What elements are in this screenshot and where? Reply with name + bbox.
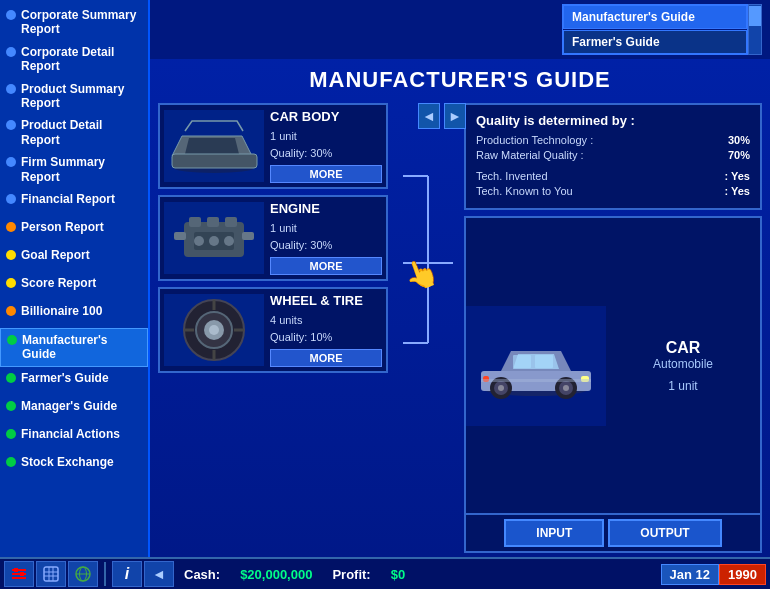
sidebar-item-firm-summary[interactable]: Firm Summary Report xyxy=(0,151,148,188)
svg-rect-43 xyxy=(44,567,58,581)
status-icons: i ◄ xyxy=(4,561,174,587)
product-card-1: ENGINE1 unit Quality: 30%MORE xyxy=(158,195,388,281)
map-icon xyxy=(42,565,60,583)
svg-rect-4 xyxy=(207,217,219,227)
sidebar-dot-orange xyxy=(6,222,16,232)
connector-area: ◄ ► 👆 xyxy=(396,103,456,553)
sidebar-item-financial-actions[interactable]: Financial Actions xyxy=(0,423,148,451)
svg-point-15 xyxy=(209,325,219,335)
sidebar-item-product-summary[interactable]: Product Summary Report xyxy=(0,78,148,115)
right-panel: Quality is determined by : Production Te… xyxy=(464,103,762,553)
nav-arrows: ◄ ► xyxy=(418,103,466,129)
product-detail-2: 4 units Quality: 10% xyxy=(270,312,382,345)
content-area: Manufacturer's Guide Farmer's Guide MANU… xyxy=(150,0,770,557)
product-name-0: CAR BODY xyxy=(270,109,382,124)
product-name-1: ENGINE xyxy=(270,201,382,216)
product-image-engine xyxy=(164,202,264,274)
svg-point-31 xyxy=(498,385,504,391)
date-month: Jan 12 xyxy=(661,564,719,585)
sidebar-dot-blue xyxy=(6,47,16,57)
more-button-2[interactable]: MORE xyxy=(270,349,382,367)
svg-rect-41 xyxy=(14,568,18,572)
sidebar-item-managers-guide[interactable]: Manager's Guide xyxy=(0,395,148,423)
settings-icon xyxy=(10,565,28,583)
sidebar-dot-green xyxy=(6,373,16,383)
status-info: Cash: $20,000,000 Profit: $0 xyxy=(174,567,661,582)
dropdown-option-manufacturers[interactable]: Manufacturer's Guide xyxy=(563,5,747,29)
car-full-icon xyxy=(471,321,601,411)
sidebar-item-billionaire-100[interactable]: Billionaire 100 xyxy=(0,300,148,328)
car-unit: 1 unit xyxy=(614,379,752,393)
guide-dropdown[interactable]: Manufacturer's Guide Farmer's Guide xyxy=(562,4,762,55)
date-year: 1990 xyxy=(719,564,766,585)
sidebar-label-financial-report: Financial Report xyxy=(21,192,115,206)
sidebar-item-stock-exchange[interactable]: Stock Exchange xyxy=(0,451,148,479)
sidebar-item-score-report[interactable]: Score Report xyxy=(0,272,148,300)
sidebar-label-person-report: Person Report xyxy=(21,220,104,234)
page-title: MANUFACTURER'S GUIDE xyxy=(150,59,770,99)
output-car-box: CAR Automobile 1 unit xyxy=(464,216,762,515)
sidebar-label-goal-report: Goal Report xyxy=(21,248,90,262)
dropdown-option-farmers[interactable]: Farmer's Guide xyxy=(563,30,747,54)
car-subtitle: Automobile xyxy=(614,357,752,371)
main-container: Corporate Summary ReportCorporate Detail… xyxy=(0,0,770,557)
sidebar-label-managers-guide: Manager's Guide xyxy=(21,399,117,413)
status-divider xyxy=(104,562,106,586)
connector-lines xyxy=(398,133,453,373)
cash-label: Cash: xyxy=(184,567,220,582)
product-name-2: WHEEL & TIRE xyxy=(270,293,382,308)
top-bar: Manufacturer's Guide Farmer's Guide xyxy=(150,0,770,59)
sidebar-item-farmers-guide[interactable]: Farmer's Guide xyxy=(0,367,148,395)
settings-icon-btn[interactable] xyxy=(4,561,34,587)
sidebar-dot-blue xyxy=(6,84,16,94)
quality-box: Quality is determined by : Production Te… xyxy=(464,103,762,210)
car-title: CAR xyxy=(614,339,752,357)
sidebar-dot-blue xyxy=(6,194,16,204)
sidebar-dot-green xyxy=(6,457,16,467)
sidebar-item-goal-report[interactable]: Goal Report xyxy=(0,244,148,272)
more-button-0[interactable]: MORE xyxy=(270,165,382,183)
svg-rect-37 xyxy=(481,379,591,382)
output-button[interactable]: OUTPUT xyxy=(608,519,721,547)
quality-row-3: Tech. Known to You : Yes xyxy=(476,185,750,197)
svg-rect-1 xyxy=(172,154,257,168)
sidebar-dot-blue xyxy=(6,10,16,20)
info-icon-btn[interactable]: i xyxy=(112,561,142,587)
product-image-tire xyxy=(164,294,264,366)
svg-rect-11 xyxy=(242,232,254,240)
sidebar-label-corporate-summary: Corporate Summary Report xyxy=(21,8,142,37)
sidebar-item-person-report[interactable]: Person Report xyxy=(0,216,148,244)
globe-icon-btn[interactable] xyxy=(68,561,98,587)
product-info-0: CAR BODY1 unit Quality: 30%MORE xyxy=(270,109,382,183)
sidebar-dot-blue xyxy=(6,120,16,130)
svg-rect-10 xyxy=(174,232,186,240)
sidebar-item-corporate-summary[interactable]: Corporate Summary Report xyxy=(0,4,148,41)
more-button-1[interactable]: MORE xyxy=(270,257,382,275)
svg-rect-3 xyxy=(189,217,201,227)
car-image xyxy=(466,306,606,426)
sidebar-dot-yellow xyxy=(6,278,16,288)
sidebar-item-product-detail[interactable]: Product Detail Report xyxy=(0,114,148,151)
quality-title: Quality is determined by : xyxy=(476,113,750,128)
map-icon-btn[interactable] xyxy=(36,561,66,587)
sidebar-dot-yellow xyxy=(6,250,16,260)
product-detail-0: 1 unit Quality: 30% xyxy=(270,128,382,161)
status-bar: i ◄ Cash: $20,000,000 Profit: $0 Jan 12 … xyxy=(0,557,770,589)
sidebar-dot-orange xyxy=(6,306,16,316)
sidebar-item-manufacturers-guide[interactable]: Manufacturer's Guide xyxy=(0,328,148,367)
io-buttons: INPUT OUTPUT xyxy=(464,515,762,553)
sidebar-item-corporate-detail[interactable]: Corporate Detail Report xyxy=(0,41,148,78)
quality-row-1: Raw Material Quality : 70% xyxy=(476,149,750,161)
product-info-2: WHEEL & TIRE4 units Quality: 10%MORE xyxy=(270,293,382,367)
product-card-0: CAR BODY1 unit Quality: 30%MORE xyxy=(158,103,388,189)
left-arrow[interactable]: ◄ xyxy=(418,103,440,129)
input-button[interactable]: INPUT xyxy=(504,519,604,547)
sidebar: Corporate Summary ReportCorporate Detail… xyxy=(0,0,150,557)
sidebar-label-financial-actions: Financial Actions xyxy=(21,427,120,441)
right-arrow[interactable]: ► xyxy=(444,103,466,129)
main-content: CAR BODY1 unit Quality: 30%MORE ENGINE1 … xyxy=(150,99,770,557)
sidebar-item-financial-report[interactable]: Financial Report xyxy=(0,188,148,216)
svg-rect-5 xyxy=(225,217,237,227)
back-icon-btn[interactable]: ◄ xyxy=(144,561,174,587)
sidebar-dot-green xyxy=(6,429,16,439)
